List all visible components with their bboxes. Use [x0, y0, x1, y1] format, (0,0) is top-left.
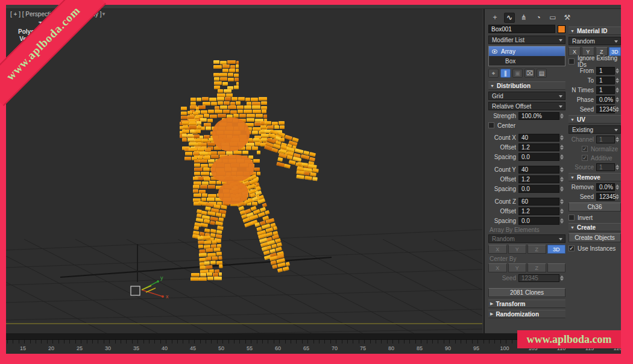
spinner-down-icon[interactable]	[560, 180, 564, 182]
spinner-down-icon[interactable]	[616, 81, 619, 83]
checkbox-box[interactable]	[568, 58, 575, 64]
checkbox-center[interactable]: Center	[488, 122, 565, 129]
spinner-arrows[interactable]	[616, 193, 621, 201]
value-field-seed[interactable]: 12345	[596, 105, 615, 113]
tab-modify[interactable]: ∿	[504, 13, 515, 23]
perspective-viewport[interactable]: y x [ + ] [ Perspective ] [ High Quality…	[6, 9, 482, 333]
value-field-offset[interactable]: 1.2	[518, 143, 559, 151]
spinner-down-icon[interactable]	[560, 170, 564, 172]
tab-utilities[interactable]: ⚒	[562, 13, 573, 23]
spinner-down-icon[interactable]	[560, 189, 564, 192]
spinner-down-icon[interactable]	[560, 138, 564, 140]
button-ch36[interactable]: Ch36	[568, 202, 621, 212]
spinner-up-icon[interactable]	[616, 184, 619, 187]
spinner-arrows[interactable]	[560, 166, 565, 174]
spinner-down-icon[interactable]	[560, 278, 564, 281]
value-field-count-z[interactable]: 60	[518, 198, 559, 206]
spinner-up-icon[interactable]	[616, 107, 619, 109]
spinner-up-icon[interactable]	[560, 275, 564, 278]
dropdown-existing[interactable]: Existing	[568, 125, 621, 134]
spinner-up-icon[interactable]	[560, 218, 564, 221]
tab-hierarchy[interactable]: ⋔	[518, 13, 529, 23]
spinner-down-icon[interactable]	[560, 148, 564, 150]
spinner-down-icon[interactable]	[560, 157, 564, 160]
spinner-up-icon[interactable]	[616, 68, 619, 71]
checkbox-box[interactable]: ✓	[582, 146, 588, 152]
rollout-material-id[interactable]: ▼Material ID	[568, 27, 621, 35]
checkbox-use-instances[interactable]: ✓Use Instances	[568, 245, 621, 252]
spinner-down-icon[interactable]	[616, 100, 619, 102]
spinner-down-icon[interactable]	[616, 168, 619, 170]
rollout-uv[interactable]: ▼UV	[568, 115, 621, 124]
spinner-arrows[interactable]	[560, 175, 565, 183]
value-field-to[interactable]: 1	[596, 77, 615, 84]
object-name-field[interactable]: Box001	[488, 25, 555, 33]
value-field-phase[interactable]: 0.0%	[596, 96, 615, 104]
spinner-up-icon[interactable]	[616, 194, 619, 196]
spinner-down-icon[interactable]	[616, 187, 619, 190]
value-field-spacing[interactable]: 0.0	[518, 217, 559, 225]
spinner-up-icon[interactable]	[616, 78, 619, 80]
rollout-randomization[interactable]: ▶Randomization	[488, 310, 565, 318]
spinner-down-icon[interactable]	[616, 110, 619, 112]
checkbox-ignore-existing-ids[interactable]: Ignore Existing IDs	[568, 58, 621, 65]
remove-modifier-icon[interactable]: ⌧	[524, 69, 535, 78]
spinner-up-icon[interactable]	[560, 154, 564, 157]
spinner-down-icon[interactable]	[560, 221, 564, 224]
value-field-offset[interactable]: 1.2	[518, 207, 559, 215]
spinner-up-icon[interactable]	[616, 87, 619, 90]
spinner-up-icon[interactable]	[616, 97, 619, 99]
configure-modifier-sets-icon[interactable]: ▤	[537, 69, 547, 78]
button-create-objects[interactable]: Create Objects	[568, 233, 621, 242]
spinner-down-icon[interactable]	[616, 71, 619, 74]
value-field-spacing[interactable]: 0.0	[518, 153, 559, 161]
spinner-arrows[interactable]	[616, 67, 621, 75]
spinner-down-icon[interactable]	[616, 90, 619, 93]
rollout-distribution[interactable]: ▼Distribution	[488, 81, 565, 90]
value-field-count-y[interactable]: 40	[518, 166, 559, 174]
spinner-up-icon[interactable]	[560, 186, 564, 189]
spinner-arrows[interactable]	[560, 207, 565, 215]
spinner-arrows[interactable]	[560, 185, 565, 193]
visibility-eye-icon[interactable]	[492, 49, 497, 54]
modifier-list-dropdown[interactable]: Modifier List	[488, 36, 565, 44]
spinner-arrows[interactable]	[616, 96, 621, 104]
checkbox-box[interactable]: ✓	[568, 245, 575, 251]
value-field-count-x[interactable]: 40	[518, 134, 559, 142]
stack-item-array[interactable]: Array	[489, 46, 565, 56]
spinner-arrows[interactable]	[616, 86, 621, 94]
button-2081-clones[interactable]: 2081 Clones	[488, 288, 565, 297]
dropdown-random[interactable]: Random	[568, 37, 621, 45]
checkbox-box[interactable]: ✓	[582, 155, 588, 161]
spinner-arrows[interactable]	[616, 77, 621, 84]
toggle-button-3d[interactable]: 3D	[547, 245, 566, 254]
checkbox-box[interactable]	[488, 122, 494, 128]
tab-display[interactable]: ▭	[547, 13, 558, 23]
object-color-swatch[interactable]	[558, 25, 565, 33]
spinner-up-icon[interactable]	[560, 167, 564, 169]
dropdown-relative-offset[interactable]: Relative Offset	[488, 102, 565, 110]
show-end-result-icon[interactable]: ∥	[500, 69, 511, 78]
rollout-transform[interactable]: ▶Transform	[488, 300, 565, 308]
spinner-arrows[interactable]	[560, 198, 565, 206]
dropdown-grid[interactable]: Grid	[488, 92, 565, 100]
spinner-arrows[interactable]	[560, 143, 565, 151]
spinner-arrows[interactable]	[560, 153, 565, 161]
spinner-up-icon[interactable]	[616, 165, 619, 167]
spinner-arrows[interactable]	[560, 112, 565, 120]
spinner-down-icon[interactable]	[560, 212, 564, 214]
spinner-up-icon[interactable]	[560, 113, 564, 116]
value-field-offset[interactable]: 1.2	[518, 175, 559, 183]
tab-create[interactable]: +	[490, 13, 500, 23]
spinner-down-icon[interactable]	[560, 202, 564, 204]
value-field-n-times[interactable]: 1	[596, 86, 615, 94]
rollout-remove[interactable]: ▼Remove	[568, 173, 621, 181]
spinner-up-icon[interactable]	[560, 177, 564, 179]
value-field-from[interactable]: 1	[596, 67, 615, 75]
value-field-strength[interactable]: 100.0%	[518, 112, 559, 120]
value-field-spacing[interactable]: 0.0	[518, 185, 559, 193]
spinner-down-icon[interactable]	[560, 116, 564, 119]
tab-motion[interactable]: ◔	[533, 13, 544, 23]
value-field-remove[interactable]: 0.0%	[596, 183, 615, 191]
spinner-up-icon[interactable]	[560, 135, 564, 137]
